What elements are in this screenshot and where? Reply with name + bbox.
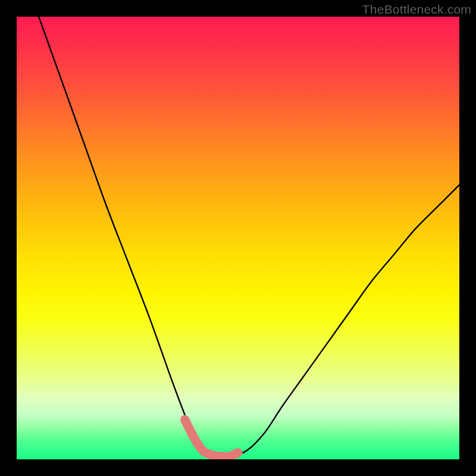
- chart-frame: TheBottleneck.com: [0, 0, 476, 476]
- highlight-segment: [185, 419, 238, 456]
- bottleneck-curve: [39, 17, 459, 458]
- watermark-text: TheBottleneck.com: [362, 2, 471, 17]
- curve-layer: [17, 17, 459, 459]
- plot-area: [17, 17, 459, 459]
